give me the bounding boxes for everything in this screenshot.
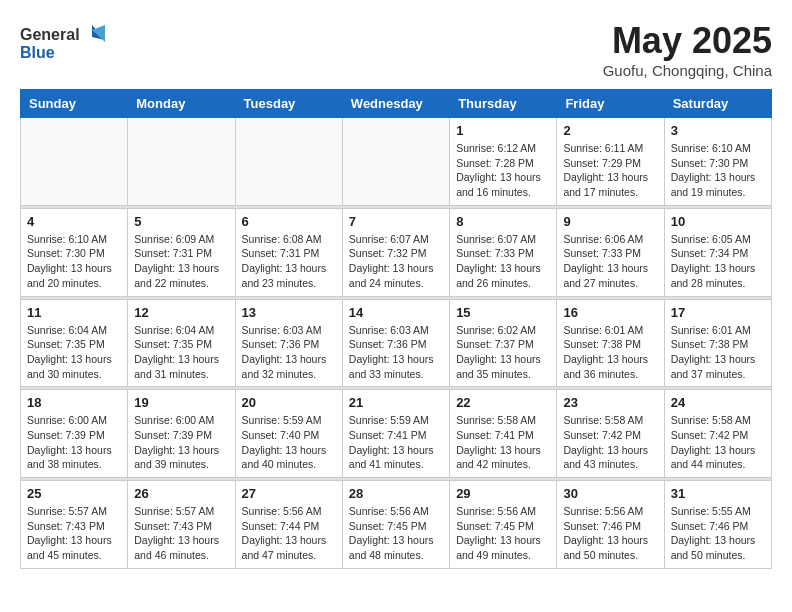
day-info: Sunrise: 6:02 AMSunset: 7:37 PMDaylight:… (456, 323, 550, 382)
calendar-table: SundayMondayTuesdayWednesdayThursdayFrid… (20, 89, 772, 569)
day-info: Sunrise: 6:04 AMSunset: 7:35 PMDaylight:… (134, 323, 228, 382)
day-cell: 23Sunrise: 5:58 AMSunset: 7:42 PMDayligh… (557, 390, 664, 478)
day-cell: 15Sunrise: 6:02 AMSunset: 7:37 PMDayligh… (450, 299, 557, 387)
day-number: 4 (27, 214, 121, 229)
weekday-header-row: SundayMondayTuesdayWednesdayThursdayFrid… (21, 90, 772, 118)
day-number: 19 (134, 395, 228, 410)
day-info: Sunrise: 6:00 AMSunset: 7:39 PMDaylight:… (134, 413, 228, 472)
day-info: Sunrise: 5:56 AMSunset: 7:45 PMDaylight:… (349, 504, 443, 563)
day-number: 12 (134, 305, 228, 320)
day-number: 10 (671, 214, 765, 229)
day-number: 18 (27, 395, 121, 410)
week-row-4: 18Sunrise: 6:00 AMSunset: 7:39 PMDayligh… (21, 390, 772, 478)
day-number: 25 (27, 486, 121, 501)
day-cell: 2Sunrise: 6:11 AMSunset: 7:29 PMDaylight… (557, 118, 664, 206)
day-cell: 31Sunrise: 5:55 AMSunset: 7:46 PMDayligh… (664, 481, 771, 569)
day-number: 1 (456, 123, 550, 138)
day-cell: 6Sunrise: 6:08 AMSunset: 7:31 PMDaylight… (235, 208, 342, 296)
day-info: Sunrise: 5:56 AMSunset: 7:46 PMDaylight:… (563, 504, 657, 563)
day-cell: 20Sunrise: 5:59 AMSunset: 7:40 PMDayligh… (235, 390, 342, 478)
day-number: 6 (242, 214, 336, 229)
week-row-5: 25Sunrise: 5:57 AMSunset: 7:43 PMDayligh… (21, 481, 772, 569)
day-cell: 9Sunrise: 6:06 AMSunset: 7:33 PMDaylight… (557, 208, 664, 296)
day-info: Sunrise: 5:58 AMSunset: 7:41 PMDaylight:… (456, 413, 550, 472)
logo-svg: GeneralBlue (20, 20, 110, 65)
day-number: 15 (456, 305, 550, 320)
day-cell: 5Sunrise: 6:09 AMSunset: 7:31 PMDaylight… (128, 208, 235, 296)
day-info: Sunrise: 6:12 AMSunset: 7:28 PMDaylight:… (456, 141, 550, 200)
day-info: Sunrise: 6:07 AMSunset: 7:33 PMDaylight:… (456, 232, 550, 291)
day-info: Sunrise: 6:11 AMSunset: 7:29 PMDaylight:… (563, 141, 657, 200)
day-number: 29 (456, 486, 550, 501)
day-info: Sunrise: 6:08 AMSunset: 7:31 PMDaylight:… (242, 232, 336, 291)
day-cell: 17Sunrise: 6:01 AMSunset: 7:38 PMDayligh… (664, 299, 771, 387)
day-number: 30 (563, 486, 657, 501)
day-number: 28 (349, 486, 443, 501)
day-info: Sunrise: 6:06 AMSunset: 7:33 PMDaylight:… (563, 232, 657, 291)
day-info: Sunrise: 5:56 AMSunset: 7:44 PMDaylight:… (242, 504, 336, 563)
day-cell (128, 118, 235, 206)
weekday-header-friday: Friday (557, 90, 664, 118)
week-row-3: 11Sunrise: 6:04 AMSunset: 7:35 PMDayligh… (21, 299, 772, 387)
week-row-2: 4Sunrise: 6:10 AMSunset: 7:30 PMDaylight… (21, 208, 772, 296)
day-info: Sunrise: 5:59 AMSunset: 7:41 PMDaylight:… (349, 413, 443, 472)
svg-text:General: General (20, 26, 80, 43)
calendar-subtitle: Guofu, Chongqing, China (603, 62, 772, 79)
day-number: 22 (456, 395, 550, 410)
week-row-1: 1Sunrise: 6:12 AMSunset: 7:28 PMDaylight… (21, 118, 772, 206)
day-cell: 24Sunrise: 5:58 AMSunset: 7:42 PMDayligh… (664, 390, 771, 478)
day-info: Sunrise: 5:59 AMSunset: 7:40 PMDaylight:… (242, 413, 336, 472)
calendar-title: May 2025 (603, 20, 772, 62)
day-info: Sunrise: 5:57 AMSunset: 7:43 PMDaylight:… (134, 504, 228, 563)
day-cell (21, 118, 128, 206)
day-info: Sunrise: 6:01 AMSunset: 7:38 PMDaylight:… (563, 323, 657, 382)
day-number: 23 (563, 395, 657, 410)
day-number: 2 (563, 123, 657, 138)
day-info: Sunrise: 6:03 AMSunset: 7:36 PMDaylight:… (242, 323, 336, 382)
day-cell: 22Sunrise: 5:58 AMSunset: 7:41 PMDayligh… (450, 390, 557, 478)
day-number: 20 (242, 395, 336, 410)
day-number: 31 (671, 486, 765, 501)
day-number: 8 (456, 214, 550, 229)
day-cell: 16Sunrise: 6:01 AMSunset: 7:38 PMDayligh… (557, 299, 664, 387)
day-cell: 7Sunrise: 6:07 AMSunset: 7:32 PMDaylight… (342, 208, 449, 296)
day-cell: 12Sunrise: 6:04 AMSunset: 7:35 PMDayligh… (128, 299, 235, 387)
day-cell: 28Sunrise: 5:56 AMSunset: 7:45 PMDayligh… (342, 481, 449, 569)
day-info: Sunrise: 6:07 AMSunset: 7:32 PMDaylight:… (349, 232, 443, 291)
day-info: Sunrise: 6:04 AMSunset: 7:35 PMDaylight:… (27, 323, 121, 382)
day-number: 16 (563, 305, 657, 320)
weekday-header-sunday: Sunday (21, 90, 128, 118)
day-cell: 14Sunrise: 6:03 AMSunset: 7:36 PMDayligh… (342, 299, 449, 387)
day-cell: 3Sunrise: 6:10 AMSunset: 7:30 PMDaylight… (664, 118, 771, 206)
day-info: Sunrise: 6:03 AMSunset: 7:36 PMDaylight:… (349, 323, 443, 382)
weekday-header-wednesday: Wednesday (342, 90, 449, 118)
day-info: Sunrise: 5:58 AMSunset: 7:42 PMDaylight:… (563, 413, 657, 472)
day-number: 7 (349, 214, 443, 229)
svg-text:Blue: Blue (20, 44, 55, 61)
day-cell: 21Sunrise: 5:59 AMSunset: 7:41 PMDayligh… (342, 390, 449, 478)
day-cell: 13Sunrise: 6:03 AMSunset: 7:36 PMDayligh… (235, 299, 342, 387)
day-info: Sunrise: 6:09 AMSunset: 7:31 PMDaylight:… (134, 232, 228, 291)
day-cell: 11Sunrise: 6:04 AMSunset: 7:35 PMDayligh… (21, 299, 128, 387)
day-number: 26 (134, 486, 228, 501)
weekday-header-thursday: Thursday (450, 90, 557, 118)
day-cell: 4Sunrise: 6:10 AMSunset: 7:30 PMDaylight… (21, 208, 128, 296)
day-number: 24 (671, 395, 765, 410)
day-info: Sunrise: 6:10 AMSunset: 7:30 PMDaylight:… (27, 232, 121, 291)
day-cell: 19Sunrise: 6:00 AMSunset: 7:39 PMDayligh… (128, 390, 235, 478)
day-cell: 27Sunrise: 5:56 AMSunset: 7:44 PMDayligh… (235, 481, 342, 569)
day-info: Sunrise: 5:58 AMSunset: 7:42 PMDaylight:… (671, 413, 765, 472)
day-number: 21 (349, 395, 443, 410)
day-info: Sunrise: 5:55 AMSunset: 7:46 PMDaylight:… (671, 504, 765, 563)
day-cell: 26Sunrise: 5:57 AMSunset: 7:43 PMDayligh… (128, 481, 235, 569)
weekday-header-saturday: Saturday (664, 90, 771, 118)
day-info: Sunrise: 6:10 AMSunset: 7:30 PMDaylight:… (671, 141, 765, 200)
day-info: Sunrise: 5:56 AMSunset: 7:45 PMDaylight:… (456, 504, 550, 563)
day-info: Sunrise: 6:01 AMSunset: 7:38 PMDaylight:… (671, 323, 765, 382)
day-cell: 1Sunrise: 6:12 AMSunset: 7:28 PMDaylight… (450, 118, 557, 206)
day-number: 5 (134, 214, 228, 229)
day-number: 3 (671, 123, 765, 138)
day-info: Sunrise: 5:57 AMSunset: 7:43 PMDaylight:… (27, 504, 121, 563)
page-header: GeneralBlue May 2025 Guofu, Chongqing, C… (20, 20, 772, 79)
logo: GeneralBlue (20, 20, 110, 65)
